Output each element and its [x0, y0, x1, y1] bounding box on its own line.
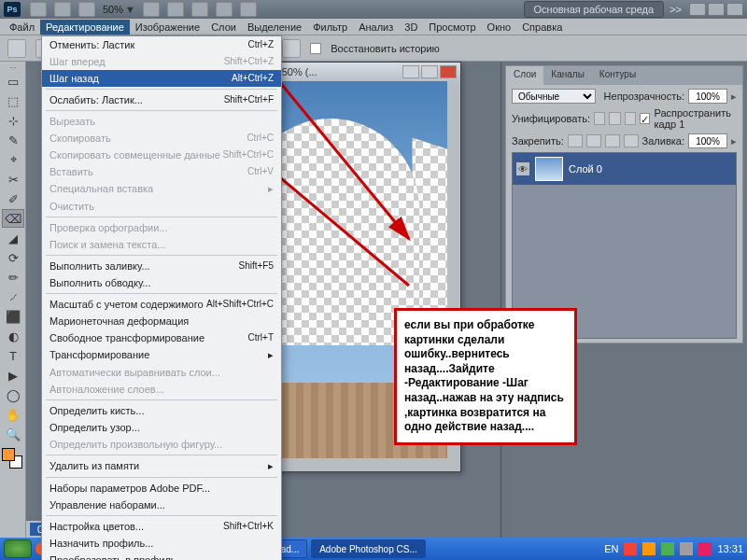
menu-item[interactable]: Выполнить обводку... — [42, 274, 281, 291]
layer-row[interactable]: 👁 Слой 0 — [513, 153, 736, 185]
start-button[interactable] — [4, 539, 32, 558]
menu-просмотр[interactable]: Просмотр — [423, 20, 481, 35]
menu-фильтр[interactable]: Фильтр — [307, 20, 353, 35]
layer-thumbnail[interactable] — [535, 157, 563, 181]
menu-item[interactable]: Определить узор... — [42, 419, 281, 436]
menu-item[interactable]: Трансформирование▸ — [42, 346, 281, 364]
screen-mode-icon[interactable] — [240, 2, 257, 17]
tool-button[interactable]: T — [2, 346, 24, 365]
menu-item[interactable]: Выполнить заливку...Shift+F5 — [42, 258, 281, 274]
tool-button[interactable]: ⟳ — [2, 248, 24, 267]
menu-item[interactable]: Масштаб с учетом содержимогоAlt+Shift+Ct… — [42, 296, 281, 313]
menu-item[interactable]: Определить кисть... — [42, 402, 281, 419]
tool-button[interactable]: ✐ — [2, 189, 24, 208]
tray-icon[interactable] — [661, 542, 674, 555]
tool-button[interactable]: ◐ — [2, 327, 24, 345]
menu-item: Проверка орфографии... — [42, 219, 281, 236]
workspace-button[interactable]: Основная рабочая среда — [524, 1, 665, 18]
tool-button[interactable]: ▭ — [2, 72, 24, 91]
right-panel: СлоиКаналыКонтуры Обычные Непрозрачность… — [500, 62, 747, 538]
hand-icon[interactable] — [143, 2, 160, 17]
restore-checkbox[interactable] — [310, 43, 321, 54]
doc-close-button[interactable] — [440, 65, 457, 78]
tool-button[interactable]: ⌖ — [2, 150, 24, 169]
titlebar: Ps 50% ▼ Основная рабочая среда >> — [0, 0, 747, 19]
propagate-checkbox[interactable]: ✓ — [640, 113, 650, 124]
unify-visibility-icon[interactable] — [609, 112, 620, 125]
menu-item[interactable]: Наборы параметров Adobe PDF... — [42, 480, 281, 497]
opacity-input[interactable] — [688, 89, 727, 104]
menu-item[interactable]: Ослабить: Ластик...Shift+Ctrl+F — [42, 91, 281, 108]
fill-input[interactable] — [688, 133, 727, 148]
menu-слои[interactable]: Слои — [205, 20, 242, 35]
menu-item[interactable]: Марионеточная деформация — [42, 313, 281, 329]
rotate-icon[interactable] — [191, 2, 208, 17]
language-indicator[interactable]: EN — [604, 543, 618, 554]
blend-mode-select[interactable]: Обычные — [512, 89, 596, 104]
panel-tab[interactable]: Контуры — [592, 66, 643, 85]
menu-item[interactable]: Шаг назадAlt+Ctrl+Z — [42, 70, 281, 87]
menu-item: Автоналожение слоев... — [42, 381, 281, 398]
doc-maximize-button[interactable] — [421, 65, 438, 78]
tool-button[interactable]: ⊹ — [2, 111, 24, 130]
menu-item[interactable]: Управление наборами... — [42, 497, 281, 513]
panel-tab[interactable]: Слои — [506, 66, 543, 85]
visibility-icon[interactable]: 👁 — [516, 162, 529, 175]
menu-item[interactable]: Преобразовать в профиль... — [42, 552, 281, 560]
unify-position-icon[interactable] — [594, 112, 605, 125]
zoom-value[interactable]: 50% — [103, 4, 123, 15]
unify-style-icon[interactable] — [625, 112, 636, 125]
workspace-chevrons[interactable]: >> — [669, 4, 682, 15]
tool-button[interactable]: ▶ — [2, 366, 24, 385]
tray-icon[interactable] — [698, 542, 712, 555]
tray-icon[interactable] — [624, 542, 637, 555]
menu-item[interactable]: Свободное трансформированиеCtrl+T — [42, 329, 281, 346]
view-icon[interactable] — [78, 2, 95, 17]
menu-3d[interactable]: 3D — [399, 20, 423, 35]
tablet-icon[interactable] — [282, 39, 301, 58]
close-button[interactable] — [726, 3, 743, 16]
layer-name[interactable]: Слой 0 — [569, 163, 602, 175]
menu-выделение[interactable]: Выделение — [242, 20, 307, 35]
tool-button[interactable]: 🔍 — [2, 425, 24, 443]
menubar: ФайлРедактированиеИзображениеСлоиВыделен… — [0, 19, 747, 35]
minibridge-icon[interactable] — [54, 2, 71, 17]
doc-minimize-button[interactable] — [402, 65, 419, 78]
menu-изображение[interactable]: Изображение — [130, 20, 205, 35]
tool-button[interactable]: ◢ — [2, 229, 24, 247]
tool-button[interactable]: ✎ — [2, 131, 24, 149]
tray-icon[interactable] — [642, 542, 655, 555]
lock-position-icon[interactable] — [605, 134, 620, 147]
menu-item[interactable]: Удалить из памяти▸ — [42, 457, 281, 475]
maximize-button[interactable] — [708, 3, 725, 16]
lock-transparency-icon[interactable] — [568, 134, 583, 147]
menu-анализ[interactable]: Анализ — [353, 20, 399, 35]
lock-pixels-icon[interactable] — [586, 134, 601, 147]
tool-button[interactable]: ✏ — [2, 268, 24, 287]
menu-справка[interactable]: Справка — [516, 20, 568, 35]
tool-button[interactable]: ⌫ — [2, 209, 24, 228]
tool-button[interactable]: ⟋ — [2, 287, 24, 306]
minimize-button[interactable] — [689, 3, 706, 16]
tool-button[interactable]: ✂ — [2, 170, 24, 189]
color-swatch[interactable] — [2, 448, 22, 469]
tool-button[interactable]: ◯ — [2, 385, 24, 404]
arrange-icon[interactable] — [216, 2, 233, 17]
tool-button[interactable]: ⬚ — [2, 91, 24, 110]
tool-preset-icon[interactable] — [7, 39, 26, 58]
menu-item[interactable]: Назначить профиль... — [42, 535, 281, 552]
clock[interactable]: 13:31 — [717, 543, 743, 554]
menu-окно[interactable]: Окно — [482, 20, 517, 35]
taskbar-task[interactable]: Adobe Photoshop CS... — [311, 539, 426, 558]
menu-файл[interactable]: Файл — [4, 20, 40, 35]
bridge-icon[interactable] — [30, 2, 47, 17]
menu-item[interactable]: Настройка цветов...Shift+Ctrl+K — [42, 518, 281, 535]
lock-all-icon[interactable] — [624, 134, 639, 147]
tray-icon[interactable] — [680, 542, 693, 555]
menu-редактирование[interactable]: Редактирование — [40, 20, 130, 35]
zoom-icon[interactable] — [167, 2, 184, 17]
menu-item[interactable]: Отменить: ЛастикCtrl+Z — [42, 36, 281, 53]
panel-tab[interactable]: Каналы — [543, 66, 592, 85]
tool-button[interactable]: ⬛ — [2, 307, 24, 326]
tool-button[interactable]: ✋ — [2, 405, 24, 424]
